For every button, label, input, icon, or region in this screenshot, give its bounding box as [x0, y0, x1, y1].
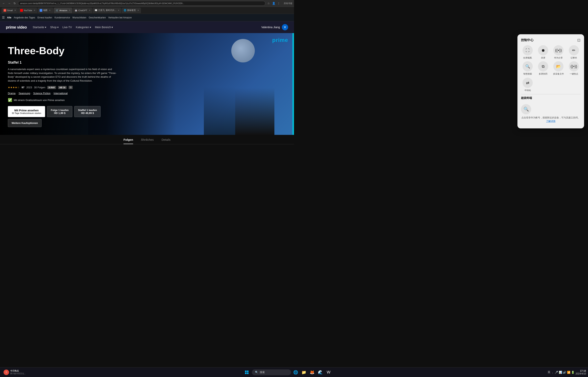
tab-active-close[interactable]: ✕	[69, 9, 70, 11]
genre-spannung[interactable]: Spannung	[19, 92, 30, 95]
tab-maps-close[interactable]: ✕	[49, 9, 50, 11]
buy-season-button[interactable]: Staffel 1 kaufen HD 49,99 $	[74, 106, 100, 117]
tab-youtube-close[interactable]: ✕	[34, 9, 35, 11]
genre-sep-1: ·	[17, 92, 17, 95]
tab-chatgpt[interactable]: 🤖 ChatGPT ✕	[73, 8, 92, 13]
tab-chatgpt-close[interactable]: ✕	[89, 9, 90, 11]
movie-genres: Drama · Spannung · Science Fiction · Int…	[8, 92, 118, 95]
nav-startseite[interactable]: Startseite ▾	[33, 26, 46, 29]
tab-newtab-label: 新标签页	[127, 9, 136, 12]
nav-meinbereich[interactable]: Mein Bereich ▾	[95, 26, 113, 29]
nav-kategorien[interactable]: Kategorien ▾	[76, 26, 91, 29]
tab-folgen-label: Folgen	[124, 138, 133, 141]
star-rating: ★★★★☆	[8, 86, 20, 89]
nav-shop-label: Shop	[50, 26, 57, 29]
movie-season: Staffel 1	[8, 60, 118, 65]
tab-youtube[interactable]: YouTube ✕	[18, 8, 37, 13]
back-button[interactable]: ←	[1, 1, 6, 5]
jy-favicon: 📰	[95, 9, 97, 12]
newtab-favicon: 🌐	[124, 9, 126, 12]
tab-details[interactable]: Details	[162, 138, 171, 144]
genre-drama[interactable]: Drama	[8, 92, 15, 95]
nav-startseite-label: Startseite	[33, 26, 44, 29]
tab-folgen[interactable]: Folgen	[124, 138, 133, 144]
tab-active[interactable]: 🛒 Amazon ✕	[54, 8, 72, 13]
avatar[interactable]: V	[282, 24, 288, 30]
xray-badge: X-RAY	[47, 86, 56, 89]
amazon-nav-kundenservice[interactable]: Kundenservice	[54, 16, 70, 19]
amazon-nav-verkaufen[interactable]: Verkaufen bei Amazon	[108, 16, 132, 19]
gmail-favicon: G	[3, 9, 6, 12]
age-badge: AB 16	[58, 86, 66, 89]
rating-value: 97	[22, 86, 24, 89]
prime-video-logo[interactable]: prime video	[6, 25, 27, 30]
tab-ahnliches-label: Ähnliches	[141, 138, 154, 141]
more-icon[interactable]: ⋮	[277, 1, 281, 5]
amazon-nav-alle[interactable]: Alle	[7, 16, 11, 19]
movie-meta: ★★★★☆ 97 2023 30 Folgen X-RAY AB 16 ⊡	[8, 86, 118, 89]
prime-note-text: Mit einem Gratiszeitraum von Prime anseh…	[14, 99, 65, 102]
amazon-nav-erneut[interactable]: Erneut kaufen	[38, 16, 52, 19]
buy-ep-line2: HD 1,99 $	[51, 112, 69, 115]
tab-ahnliches[interactable]: Ähnliches	[141, 138, 154, 144]
tab-gmail[interactable]: G Gmail ✕	[1, 8, 18, 13]
active-tab-favicon: 🛒	[56, 9, 59, 12]
buy-ep-line1: Folge 1 kaufen	[51, 109, 69, 112]
browser-icons: ☆ 👤 ⋮ 所有书签	[267, 1, 292, 5]
amazon-nav-angebote[interactable]: Angebote des Tages	[14, 16, 35, 19]
prime-user-area[interactable]: Valentina Jiang V	[261, 24, 288, 30]
nav-kategorien-chevron: ▾	[90, 26, 91, 29]
address-bar[interactable]: amazon.com/-/de/dp/B0B6787SGP/ref=sr_1_1…	[18, 1, 265, 6]
nav-livetv[interactable]: Live-TV	[63, 26, 72, 29]
check-icon: ✅	[8, 98, 12, 102]
nav-shop[interactable]: Shop ▾	[50, 26, 59, 29]
tab-newtab-close[interactable]: ✕	[138, 9, 139, 11]
release-year: 2023	[26, 86, 32, 89]
tab-newtab[interactable]: 🌐 新标签页 ✕	[122, 8, 141, 13]
url-text: amazon.com/-/de/dp/B0B6787SGP/ref=sr_1_1…	[20, 2, 184, 4]
episodes-count: 30 Folgen	[34, 86, 45, 89]
tab-jy-label: 江燕飞: 新时代外...	[98, 9, 116, 12]
content-tabs: Folgen Ähnliches Details	[0, 135, 294, 144]
prime-nav: Startseite ▾ Shop ▾ Live-TV Kategorien ▾…	[33, 26, 256, 29]
profile-icon[interactable]: 👤	[272, 1, 275, 5]
nav-meinbereich-label: Mein Bereich	[95, 26, 111, 29]
amazon-top-bar: ☰ Alle Angebote des Tages Erneut kaufen …	[0, 14, 294, 21]
tab-jy-close[interactable]: ✕	[118, 9, 119, 11]
prime-video-header: prime video Startseite ▾ Shop ▾ Live-TV …	[0, 21, 294, 33]
refresh-button[interactable]: ↻	[13, 1, 17, 5]
amazon-nav-wunschlisten[interactable]: Wunschlisten	[72, 16, 86, 19]
right-accent	[292, 33, 294, 135]
watch-prime-line1: Mit Prime ansehen	[12, 109, 41, 112]
tab-maps[interactable]: 地图 ✕	[38, 8, 53, 13]
youtube-favicon	[20, 9, 23, 12]
more-options-button[interactable]: Weitere Kaufoptionen	[8, 119, 42, 127]
buy-season-line2: HD 49,99 $	[78, 112, 97, 115]
more-options-label: Weitere Kaufoptionen	[12, 122, 38, 125]
watch-prime-button[interactable]: Mit Prime ansehen 30 Tage Gratiszeitraum…	[8, 106, 45, 117]
nav-shop-chevron: ▾	[57, 26, 59, 29]
buy-season-line1: Staffel 1 kaufen	[78, 109, 97, 112]
genre-international[interactable]: International	[53, 92, 68, 95]
amazon-nav-geschenkkarten[interactable]: Geschenkkarten	[88, 16, 106, 19]
forward-button[interactable]: →	[7, 1, 11, 5]
buy-episode-button[interactable]: Folge 1 kaufen HD 1,99 $	[47, 106, 72, 117]
hero-content: Three-Body Staffel 1 A nanomaterials exp…	[8, 45, 118, 127]
tab-jy[interactable]: 📰 江燕飞: 新时代外... ✕	[93, 8, 121, 13]
subtitle-badge: ⊡	[69, 86, 73, 89]
hero-section: prime Three-Body Staffel 1 A nanomateria…	[0, 33, 294, 135]
bookmark-icon[interactable]: ☆	[267, 1, 271, 5]
genre-sep-2: ·	[31, 92, 32, 95]
prime-badge: prime	[272, 37, 288, 43]
chatgpt-favicon: 🤖	[75, 9, 77, 12]
amazon-menu-icon[interactable]: ☰	[2, 16, 5, 19]
tab-youtube-label: YouTube	[24, 9, 32, 12]
genre-scifi[interactable]: Science Fiction	[33, 92, 50, 95]
watch-prime-line2: 30 Tage Gratiszeitraum starten	[12, 112, 41, 114]
maps-favicon	[40, 9, 42, 12]
nav-meinbereich-chevron: ▾	[112, 26, 113, 29]
movie-title: Three-Body	[8, 45, 118, 57]
bookmarks-bar-label: 所有书签	[284, 2, 292, 5]
hero-buttons: Mit Prime ansehen 30 Tage Gratiszeitraum…	[8, 106, 118, 127]
tab-gmail-close[interactable]: ✕	[14, 9, 16, 11]
